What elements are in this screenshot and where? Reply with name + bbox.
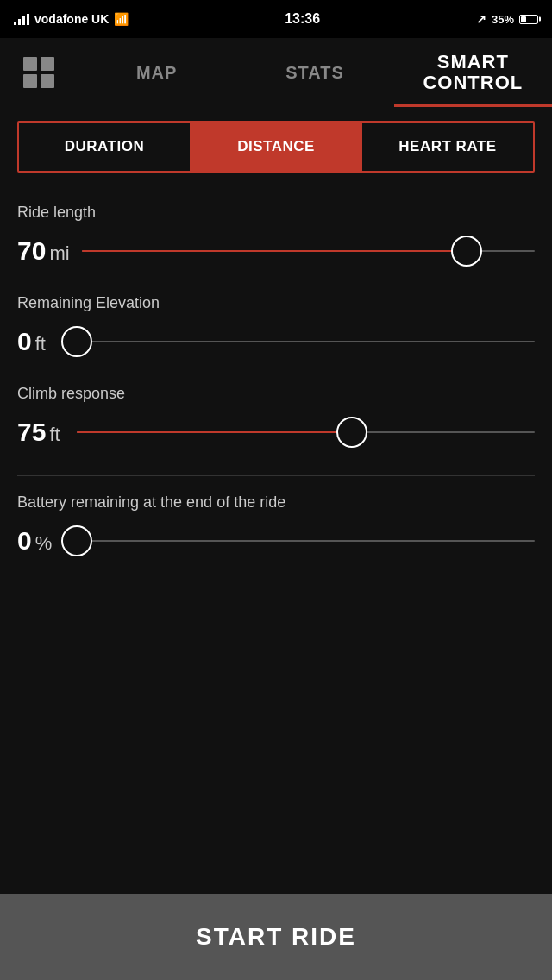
climb-response-thumb[interactable] xyxy=(336,417,367,448)
start-ride-label: START RIDE xyxy=(196,923,356,951)
signal-icon xyxy=(14,13,29,25)
grid-icon xyxy=(23,57,54,88)
ride-length-row: 70mi xyxy=(17,234,535,268)
slider-climb-response: Climb response 75ft xyxy=(17,385,535,449)
slider-ride-length: Ride length 70mi xyxy=(17,204,535,268)
tab-distance[interactable]: DISTANCE xyxy=(191,122,362,171)
battery-remaining-label: Battery remaining at the end of the ride xyxy=(17,493,535,512)
nav-item-grid[interactable] xyxy=(0,38,78,107)
status-bar: vodafone UK 📶 13:36 ↗ 35% xyxy=(0,0,552,38)
battery-remaining-thumb[interactable] xyxy=(61,525,92,556)
nav-item-stats[interactable]: STATS xyxy=(235,38,393,107)
ride-length-fill xyxy=(82,250,467,252)
status-left: vodafone UK 📶 xyxy=(14,12,129,26)
remaining-elevation-unit: ft xyxy=(35,333,46,355)
nav-map-label: MAP xyxy=(136,63,177,83)
ride-length-value: 70mi xyxy=(17,236,70,266)
wifi-icon: 📶 xyxy=(114,12,129,26)
climb-response-fill xyxy=(77,431,352,433)
climb-response-value: 75ft xyxy=(17,418,65,447)
nav-smart-control-label: SMARTCONTROL xyxy=(423,52,523,93)
tab-heart-rate[interactable]: HEART RATE xyxy=(362,122,533,171)
ride-length-label: Ride length xyxy=(17,204,535,222)
ride-length-unit: mi xyxy=(49,242,69,264)
slider-remaining-elevation: Remaining Elevation 0ft xyxy=(17,294,535,359)
battery-remaining-unit: % xyxy=(35,532,53,554)
start-ride-button[interactable]: START RIDE xyxy=(0,894,552,980)
battery-remaining-slider[interactable] xyxy=(77,524,535,558)
tab-bar: DURATION DISTANCE HEART RATE xyxy=(17,121,535,173)
remaining-elevation-row: 0ft xyxy=(17,324,535,359)
climb-response-unit: ft xyxy=(49,424,60,445)
remaining-elevation-label: Remaining Elevation xyxy=(17,294,535,312)
climb-response-label: Climb response xyxy=(17,385,535,403)
remaining-elevation-thumb[interactable] xyxy=(61,326,92,357)
carrier-label: vodafone UK xyxy=(34,12,109,26)
remaining-elevation-slider[interactable] xyxy=(77,324,535,359)
tab-duration[interactable]: DURATION xyxy=(19,122,191,171)
climb-response-slider[interactable] xyxy=(77,415,535,449)
header-nav: MAP STATS SMARTCONTROL xyxy=(0,38,552,107)
ride-length-thumb[interactable] xyxy=(451,236,482,267)
slider-battery-remaining: Battery remaining at the end of the ride… xyxy=(17,475,535,558)
nav-item-map[interactable]: MAP xyxy=(78,38,235,107)
remaining-elevation-value: 0ft xyxy=(17,327,65,356)
battery-remaining-row: 0% xyxy=(17,524,535,558)
nav-item-smart-control[interactable]: SMARTCONTROL xyxy=(394,38,552,107)
battery-icon xyxy=(519,15,538,24)
status-time: 13:36 xyxy=(285,11,320,27)
location-icon: ↗ xyxy=(476,12,486,26)
status-right: ↗ 35% xyxy=(476,12,538,26)
nav-stats-label: STATS xyxy=(285,63,344,83)
climb-response-row: 75ft xyxy=(17,415,535,449)
battery-remaining-value: 0% xyxy=(17,526,65,556)
battery-remaining-track xyxy=(77,540,535,542)
ride-length-slider[interactable] xyxy=(82,234,535,268)
remaining-elevation-track xyxy=(77,341,535,342)
battery-percent: 35% xyxy=(492,13,514,26)
content-area: Ride length 70mi Remaining Elevation 0ft xyxy=(0,186,552,558)
